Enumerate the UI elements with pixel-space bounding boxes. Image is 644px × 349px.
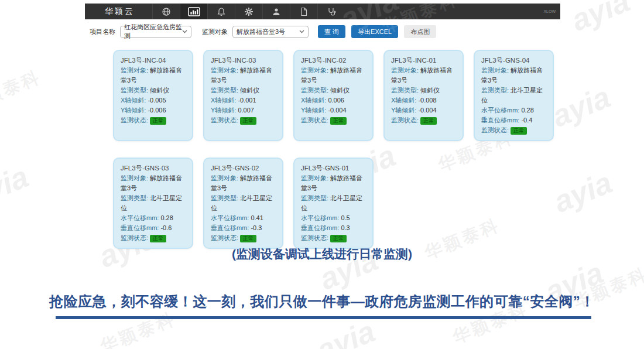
- device-card-field: Y轴倾斜:-0.004: [301, 105, 366, 115]
- device-card-field: 监测类型:北斗卫星定位: [211, 193, 276, 213]
- field-value: 0.5: [341, 214, 350, 221]
- watermark-text: 华颖泰科: [0, 65, 45, 117]
- device-card-field: 监测对象:解放路福音堂3号: [121, 173, 186, 193]
- field-label: Y轴倾斜:: [211, 107, 236, 114]
- field-label: 监测对象:: [211, 174, 238, 182]
- search-button[interactable]: 查 询: [318, 25, 345, 38]
- field-label: 监测类型:: [391, 87, 419, 94]
- device-card-field: 垂直位移mm:-0.3: [211, 223, 276, 233]
- device-card-field: 监测类型:倾斜仪: [121, 85, 186, 95]
- device-card-status: 监测状态:正常: [481, 125, 546, 135]
- field-label: 水平位移mm:: [121, 214, 159, 221]
- field-value: -0.005: [148, 97, 166, 104]
- target-select-value: 解放路福音堂3号: [237, 28, 285, 36]
- layout-map-button[interactable]: 布点图: [404, 25, 436, 38]
- device-card-field: Y轴倾斜:-0.006: [121, 105, 186, 115]
- nav-item-settings[interactable]: [235, 4, 262, 19]
- field-label: 监测类型:: [301, 87, 328, 94]
- device-card-field: Y轴倾斜:-0.004: [391, 105, 456, 115]
- field-value: 倾斜仪: [420, 87, 440, 94]
- device-card-field: 监测类型:倾斜仪: [211, 85, 276, 95]
- field-value: -0.008: [418, 97, 436, 104]
- file-icon: [299, 7, 309, 16]
- device-card-title: JFL3号-GNS-02: [211, 163, 276, 173]
- status-label: 监测状态:: [391, 117, 419, 124]
- stethoscope-icon: [327, 7, 336, 16]
- device-card-field: 监测类型:倾斜仪: [301, 85, 366, 95]
- chevron-down-icon: [182, 30, 187, 33]
- nav-item-reports[interactable]: [290, 4, 317, 19]
- status-label: 监测状态:: [121, 234, 148, 241]
- device-card-field: 水平位移mm:0.41: [211, 213, 276, 223]
- navbar-user-label[interactable]: XLOW: [543, 4, 560, 19]
- field-value: 0.28: [160, 214, 173, 221]
- device-card-field: Y轴倾斜:0.007: [211, 105, 276, 115]
- device-card[interactable]: JFL3号-INC-01监测对象:解放路福音堂3号监测类型:倾斜仪X轴倾斜:-0…: [383, 50, 464, 141]
- device-card-title: JFL3号-INC-01: [391, 56, 456, 66]
- field-label: X轴倾斜:: [391, 97, 416, 104]
- device-card[interactable]: JFL3号-GNS-03监测对象:解放路福音堂3号监测类型:北斗卫星定位水平位移…: [113, 158, 193, 249]
- device-card[interactable]: JFL3号-GNS-01监测对象:解放路福音堂3号监测类型:北斗卫星定位水平位移…: [293, 158, 374, 249]
- field-label: 垂直位移mm:: [211, 224, 249, 231]
- field-label: Y轴倾斜:: [391, 107, 416, 114]
- device-card-field: 监测对象:解放路福音堂3号: [481, 66, 546, 85]
- field-value: 倾斜仪: [240, 87, 259, 94]
- device-card-field: 垂直位移mm:0.3: [301, 223, 366, 233]
- nav-item-dashboard[interactable]: [180, 4, 207, 19]
- nav-item-diagnostics[interactable]: [317, 4, 345, 19]
- field-label: X轴倾斜:: [121, 97, 146, 104]
- device-card-field: X轴倾斜:-0.001: [211, 95, 276, 105]
- nav-item-globe[interactable]: [152, 4, 180, 19]
- watermark-text: 华颖泰科: [97, 307, 179, 349]
- device-card[interactable]: JFL3号-INC-04监测对象:解放路福音堂3号监测类型:倾斜仪X轴倾斜:-0…: [113, 50, 193, 141]
- nav-item-alerts[interactable]: [207, 4, 235, 19]
- target-label: 监测对象: [202, 28, 228, 36]
- field-label: 监测类型:: [481, 87, 509, 94]
- field-label: 监测类型:: [121, 194, 148, 201]
- field-value: -0.6: [160, 224, 172, 231]
- device-card-status: 监测状态:正常: [211, 233, 276, 243]
- field-label: 监测对象:: [121, 174, 148, 182]
- status-badge: 正常: [511, 127, 527, 135]
- status-badge: 正常: [420, 117, 437, 125]
- field-label: Y轴倾斜:: [301, 107, 326, 114]
- export-excel-button[interactable]: 导出EXCEL: [351, 25, 398, 38]
- watermark-text: ayia: [566, 0, 634, 38]
- device-card-status: 监测状态:正常: [211, 115, 276, 125]
- status-label: 监测状态:: [301, 234, 328, 241]
- device-card[interactable]: JFL3号-GNS-02监测对象:解放路福音堂3号监测类型:北斗卫星定位水平位移…: [203, 158, 283, 249]
- brand-title: 华颖云: [85, 4, 152, 19]
- nav-item-users[interactable]: [262, 4, 290, 19]
- field-value: -0.004: [328, 107, 346, 114]
- device-card-field: 监测对象:解放路福音堂3号: [301, 66, 366, 85]
- field-value: 0.007: [238, 107, 254, 114]
- status-label: 监测状态:: [481, 126, 509, 134]
- device-card[interactable]: JFL3号-INC-03监测对象:解放路福音堂3号监测类型:倾斜仪X轴倾斜:-0…: [203, 50, 283, 141]
- field-label: 监测对象:: [301, 174, 328, 182]
- device-card[interactable]: JFL3号-INC-02监测对象:解放路福音堂3号监测类型:倾斜仪X轴倾斜:0.…: [293, 50, 374, 141]
- project-select[interactable]: 红花岗区应急危房监测: [120, 26, 191, 38]
- field-value: 0.41: [251, 214, 263, 221]
- device-card-title: JFL3号-INC-03: [211, 56, 276, 66]
- device-card[interactable]: JFL3号-GNS-04监测对象:解放路福音堂3号监测类型:北斗卫星定位水平位移…: [474, 50, 554, 141]
- project-select-value: 红花岗区应急危房监测: [124, 23, 182, 40]
- top-navbar: 华颖云: [85, 4, 560, 19]
- headline-underline: [56, 316, 591, 319]
- field-value: 倾斜仪: [330, 87, 350, 94]
- field-label: 监测类型:: [121, 87, 148, 94]
- user-icon: [272, 7, 281, 16]
- target-select[interactable]: 解放路福音堂3号: [232, 26, 309, 38]
- watermark-text: ayia: [549, 165, 616, 220]
- caption-text: (监测设备调试上线进行日常监测): [0, 246, 644, 262]
- status-badge: 正常: [330, 235, 347, 242]
- status-badge: 正常: [150, 117, 166, 125]
- field-label: 水平位移mm:: [481, 107, 519, 114]
- field-value: -0.001: [238, 97, 256, 104]
- bar-chart-icon: [188, 7, 200, 16]
- status-badge: 正常: [150, 235, 166, 242]
- headline-text: 抢险应急，刻不容缓！这一刻，我们只做一件事—政府危房监测工作的可靠“安全阀”！: [0, 292, 644, 311]
- device-card-field: 监测类型:北斗卫星定位: [121, 193, 186, 213]
- status-badge: 正常: [240, 235, 256, 242]
- device-card-status: 监测状态:正常: [391, 115, 456, 125]
- field-value: -0.006: [148, 107, 166, 114]
